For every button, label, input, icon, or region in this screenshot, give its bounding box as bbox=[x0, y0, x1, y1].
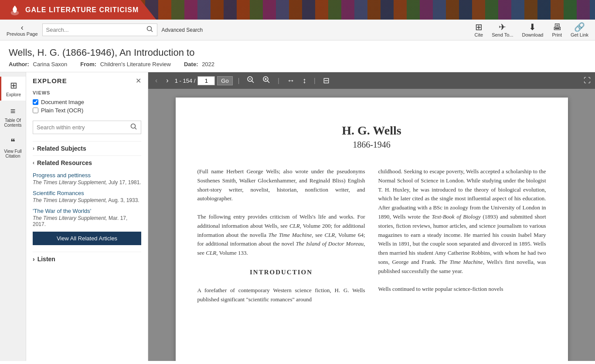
intro-section: INTRODUCTION bbox=[197, 267, 365, 277]
document-viewer: ‹ › 1 - 154 / Go | bbox=[148, 72, 595, 361]
document-image-checkbox[interactable] bbox=[33, 99, 38, 105]
page-number-input[interactable] bbox=[197, 76, 215, 85]
related-resources-row[interactable]: ‹ Related Resources bbox=[33, 155, 141, 170]
get-link-icon: 🔗 bbox=[574, 23, 585, 31]
plain-text-label: Plain Text (OCR) bbox=[41, 107, 83, 114]
get-link-label: Get Link bbox=[571, 32, 588, 37]
date-meta: Date: 2022 bbox=[184, 61, 217, 67]
listen-row[interactable]: › Listen bbox=[33, 252, 141, 266]
search-within-icon[interactable] bbox=[130, 123, 137, 131]
svg-point-3 bbox=[131, 124, 136, 128]
search-bar-area: ‹ Previous Page Advanced Search ⊞ Cite ✈… bbox=[0, 20, 595, 40]
left-column: (Full name Herbert George Wells; also wr… bbox=[197, 167, 365, 304]
print-button[interactable]: 🖶 Print bbox=[552, 23, 562, 37]
page-content: H. G. Wells 1866-1946 (Full name Herbert… bbox=[176, 98, 568, 361]
document-main-title: H. G. Wells bbox=[197, 124, 546, 138]
explore-panel: EXPLORE ✕ VIEWS Document Image Plain Tex… bbox=[26, 72, 148, 361]
related-subjects-row[interactable]: › Related Subjects bbox=[33, 141, 141, 155]
cite-button[interactable]: ⊞ Cite bbox=[475, 23, 483, 37]
svg-line-4 bbox=[135, 128, 137, 130]
search-input-wrap bbox=[42, 24, 157, 36]
search-input[interactable] bbox=[46, 27, 146, 33]
related-resources-label: Related Resources bbox=[37, 159, 92, 166]
send-to-label: Send To... bbox=[492, 32, 513, 37]
view-mode-button[interactable]: ⊟ bbox=[321, 75, 332, 86]
sidebar-item-explore[interactable]: ⊞ Explore bbox=[0, 77, 26, 101]
print-icon: 🖶 bbox=[553, 23, 561, 31]
explore-close-button[interactable]: ✕ bbox=[136, 77, 141, 85]
search-icon[interactable] bbox=[146, 26, 153, 34]
from-label: From: bbox=[80, 61, 96, 67]
explore-title: EXPLORE bbox=[33, 77, 67, 84]
author-meta: Author: Carina Saxon bbox=[9, 61, 69, 67]
intro-heading: INTRODUCTION bbox=[197, 267, 365, 277]
right-column: childhood. Seeking to escape poverty, We… bbox=[378, 167, 546, 304]
toc-icon: ≡ bbox=[10, 106, 16, 116]
citation-label: View FullCitation bbox=[4, 149, 21, 158]
author-value: Carina Saxon bbox=[33, 61, 68, 67]
download-label: Download bbox=[522, 32, 543, 37]
plain-text-checkbox[interactable] bbox=[33, 108, 38, 113]
article-title: Wells, H. G. (1866-1946), An Introductio… bbox=[9, 47, 586, 58]
advanced-search-label: Advanced Search bbox=[162, 27, 203, 33]
view-all-button[interactable]: View All Related Articles bbox=[33, 232, 141, 245]
search-within-input[interactable] bbox=[37, 124, 130, 131]
related-subjects-chevron-icon: › bbox=[33, 145, 34, 152]
resource-date-1: Aug. 3, 1933. bbox=[108, 197, 139, 203]
listen-chevron-icon: › bbox=[33, 256, 35, 263]
citation-icon: ❝ bbox=[10, 137, 15, 147]
page-next-button[interactable]: › bbox=[163, 76, 171, 85]
print-label: Print bbox=[552, 32, 562, 37]
fit-height-button[interactable]: ↕ bbox=[300, 75, 309, 86]
back-button[interactable]: ‹ Previous Page bbox=[7, 24, 38, 37]
document-page[interactable]: H. G. Wells 1866-1946 (Full name Herbert… bbox=[148, 89, 595, 361]
zoom-in-button[interactable] bbox=[260, 75, 272, 87]
resource-date-0: July 17, 1981. bbox=[109, 179, 141, 185]
download-button[interactable]: ⬇ Download bbox=[522, 23, 543, 37]
cite-icon: ⊞ bbox=[475, 23, 483, 31]
download-icon: ⬇ bbox=[529, 23, 536, 31]
right-para-2: Wells continued to write popular science… bbox=[378, 285, 546, 294]
resource-item-1: Scientific Romances The Times Literary S… bbox=[33, 190, 141, 203]
viewer-toolbar: ‹ › 1 - 154 / Go | bbox=[148, 72, 595, 89]
right-para-1: childhood. Seeking to escape poverty, We… bbox=[378, 167, 546, 276]
resource-link-0[interactable]: Progress and pettiness bbox=[33, 172, 141, 179]
document-image-label: Document Image bbox=[41, 99, 84, 105]
viewer-divider-2: | bbox=[278, 77, 279, 84]
toolbar-right: ⊞ Cite ✈ Send To... ⬇ Download 🖶 Print 🔗… bbox=[475, 23, 588, 37]
sidebar-item-toc[interactable]: ≡ Table OfContents bbox=[0, 103, 26, 131]
resource-source-0: The Times Literary Supplement, bbox=[33, 179, 107, 185]
search-within-wrap bbox=[33, 121, 141, 134]
document-subtitle: 1866-1946 bbox=[197, 140, 546, 150]
resource-item-2: 'The War of the Worlds' The Times Litera… bbox=[33, 208, 141, 227]
sidebar-item-citation[interactable]: ❝ View FullCitation bbox=[0, 133, 26, 162]
from-meta: From: Children's Literature Review bbox=[80, 61, 173, 67]
related-resources-content: Progress and pettiness The Times Literar… bbox=[33, 170, 141, 252]
app-name: GALE LITERATURE CRITICISM bbox=[25, 6, 139, 14]
resource-source-1: The Times Literary Supplement, bbox=[33, 197, 107, 203]
back-button-label: Previous Page bbox=[7, 31, 38, 37]
intro-text: A forefather of contemporary Western sci… bbox=[197, 286, 365, 304]
advanced-search-link[interactable]: Advanced Search bbox=[162, 27, 203, 33]
get-link-button[interactable]: 🔗 Get Link bbox=[571, 23, 588, 37]
resource-link-1[interactable]: Scientific Romances bbox=[33, 190, 141, 196]
viewer-divider-1: | bbox=[238, 77, 240, 84]
zoom-out-button[interactable] bbox=[245, 75, 257, 87]
svg-line-2 bbox=[151, 30, 153, 32]
page-prev-button[interactable]: ‹ bbox=[153, 76, 160, 85]
document-image-checkbox-row: Document Image bbox=[33, 99, 141, 105]
author-label: Author: bbox=[9, 61, 29, 67]
go-button[interactable]: Go bbox=[217, 76, 232, 85]
fullscreen-button[interactable]: ⛶ bbox=[584, 77, 591, 84]
article-meta: Author: Carina Saxon From: Children's Li… bbox=[9, 61, 586, 67]
logo-area: GALE LITERATURE CRITICISM bbox=[0, 0, 156, 20]
date-label: Date: bbox=[184, 61, 198, 67]
article-header: Wells, H. G. (1866-1946), An Introductio… bbox=[0, 40, 595, 72]
fit-width-button[interactable]: ↔ bbox=[285, 75, 297, 86]
page-indicator: 1 - 154 / Go bbox=[175, 76, 233, 85]
send-to-button[interactable]: ✈ Send To... bbox=[492, 23, 513, 37]
svg-point-1 bbox=[147, 27, 151, 31]
resource-link-2[interactable]: 'The War of the Worlds' bbox=[33, 208, 141, 214]
views-section: VIEWS Document Image Plain Text (OCR) bbox=[33, 90, 141, 114]
explore-label: Explore bbox=[6, 92, 21, 97]
